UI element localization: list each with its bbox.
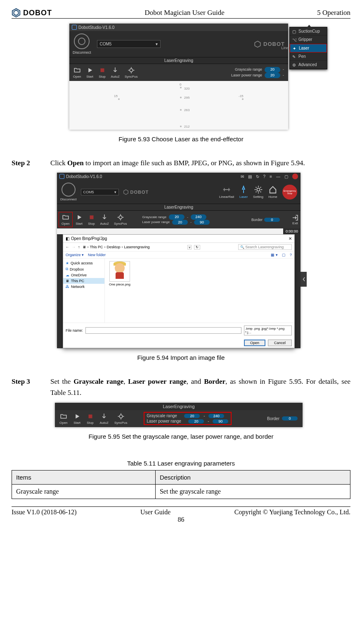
view-icon[interactable]: ▦ ▾ — [271, 253, 278, 257]
menu-pen[interactable]: ✎Pen — [290, 52, 327, 61]
nav-up-icon[interactable]: ↑ — [78, 245, 80, 249]
suction-icon: ▢ — [292, 29, 296, 33]
app-titlebar: DobotStudio-V1.6.0 — [69, 24, 288, 31]
open-button[interactable]: Open — [71, 66, 83, 79]
sidebar-dropbox[interactable]: ⧉Dropbox — [63, 266, 104, 272]
msg-icon[interactable]: ✉ — [241, 174, 244, 179]
grayscale-min[interactable]: 20 — [169, 214, 185, 220]
grayscale-min[interactable]: 20 — [265, 67, 280, 73]
minimize-icon[interactable]: — — [276, 174, 280, 179]
new-folder-button[interactable]: New folder — [88, 253, 106, 257]
col-description: Description — [155, 470, 350, 484]
cancel-button[interactable]: Cancel — [268, 340, 292, 346]
refresh-icon[interactable]: ↻ — [256, 174, 259, 179]
sidebar-onedrive[interactable]: ☁OneDrive — [63, 272, 104, 278]
svg-point-6 — [257, 188, 260, 191]
stop-button[interactable]: Stop — [86, 213, 97, 226]
open-button[interactable]: Open — [59, 213, 72, 226]
pc-icon: 🖥 — [66, 279, 69, 283]
port-select[interactable]: COM5 ▾ — [97, 40, 161, 48]
open-button[interactable]: Open — [244, 340, 265, 346]
window-controls: ✉ ▤ ↻ ? ≡ — ▢ — [241, 173, 298, 179]
file-filter[interactable]: .bmp .png .jpg(*.bmp *.png *.j… — [244, 326, 292, 335]
menu-icon[interactable]: ≡ — [270, 174, 272, 179]
close-icon[interactable]: ✕ — [289, 236, 292, 241]
syncpos-button[interactable]: SyncPos — [112, 213, 129, 226]
disconnect-button[interactable]: Disconnect — [73, 33, 91, 55]
exit-icon — [291, 214, 299, 221]
start-button[interactable]: Start — [71, 412, 83, 425]
grayscale-max[interactable]: 240 — [208, 414, 224, 418]
laser-max[interactable]: 90 — [194, 220, 210, 225]
disconnect-button[interactable]: Disconnect — [60, 183, 77, 201]
search-input[interactable]: 🔍 Search Laserengraving — [238, 244, 292, 250]
menu-suctioncup[interactable]: ▢SuctionCup — [290, 27, 327, 36]
open-button[interactable]: Open — [57, 412, 70, 425]
file-item[interactable]: One piece.png — [107, 261, 132, 286]
menu-laser[interactable]: ✦Laser — [290, 44, 327, 52]
svg-rect-7 — [90, 216, 93, 219]
setting-button[interactable]: Setting — [253, 185, 263, 199]
step-3: Step 3 Set the Grayscale range, Laser po… — [12, 376, 350, 398]
canvas-area[interactable]: 0 15 -15 320 295 263 212 — [69, 81, 288, 130]
port-select[interactable]: COM5▾ — [81, 189, 119, 195]
home-icon — [268, 185, 277, 194]
stop-button[interactable]: Stop — [85, 412, 96, 425]
figure-5-95: LaserEngraving Open Start Stop AutoZ Syn… — [55, 403, 303, 427]
maximize-icon[interactable]: ▢ — [284, 174, 288, 179]
laser-min[interactable]: 20 — [265, 73, 280, 78]
syncpos-button[interactable]: SyncPos — [123, 66, 140, 79]
preview-icon[interactable]: ▢ — [282, 253, 286, 257]
menu-advanced[interactable]: ⚙Advanced — [290, 61, 327, 69]
nav-back-icon[interactable]: ← — [66, 245, 69, 249]
doc-icon[interactable]: ▤ — [248, 174, 252, 179]
close-icon[interactable] — [292, 173, 298, 179]
sidebar-network[interactable]: 🖧Network — [63, 284, 104, 290]
page-number: 86 — [12, 516, 350, 523]
play-icon — [73, 413, 81, 420]
laser-min[interactable]: 20 — [172, 220, 188, 225]
filename-input[interactable] — [85, 327, 241, 334]
hex-icon — [123, 189, 129, 195]
step-label: Step 2 — [12, 157, 40, 169]
autoz-button[interactable]: AutoZ — [109, 66, 122, 79]
organize-menu[interactable]: Organize ▾ — [66, 253, 84, 257]
syncpos-button[interactable]: SyncPos — [112, 412, 130, 425]
app-brand: DOBOT — [123, 189, 149, 195]
filename-label: File name: — [66, 328, 83, 333]
grayscale-min[interactable]: 20 — [184, 414, 200, 418]
file-list[interactable]: One piece.png — [105, 259, 294, 323]
chevron-down-icon: ▾ — [114, 190, 116, 194]
canvas-area[interactable]: 0:00:00 — [57, 228, 300, 234]
page-header: DOBOT Dobot Magician User Guide 5 Operat… — [12, 8, 350, 19]
border-value[interactable]: 0 — [282, 416, 298, 421]
side-panel-handle[interactable] — [300, 272, 307, 287]
laser-min[interactable]: 20 — [188, 419, 204, 423]
linear-rail-button[interactable]: LinearRail — [219, 185, 234, 199]
header-section: 5 Operation — [317, 9, 350, 17]
sidebar-this-pc[interactable]: 🖥This PC — [63, 278, 104, 284]
laser-tool-button[interactable]: Laser — [239, 185, 248, 199]
start-button[interactable]: Start — [73, 213, 85, 226]
menu-gripper[interactable]: ⌥Gripper — [290, 36, 327, 44]
folder-icon — [60, 413, 67, 420]
brand-logo: DOBOT — [12, 8, 52, 17]
breadcrumb[interactable]: 🖥 ›This PC ›Desktop ›Laserengraving — [83, 245, 150, 249]
step-body: Click Open to import an image file such … — [50, 157, 350, 169]
border-value[interactable]: 0 — [264, 218, 280, 222]
help-icon[interactable]: ? — [263, 174, 266, 179]
start-button[interactable]: Start — [84, 66, 96, 79]
home-button[interactable]: Home — [268, 185, 277, 199]
pen-icon: ✎ — [292, 55, 296, 59]
app-title: DobotStudio-V1.6.0 — [78, 25, 114, 30]
stop-button[interactable]: Stop — [97, 66, 108, 79]
laser-max[interactable]: 90 — [213, 419, 228, 423]
autoz-button[interactable]: AutoZ — [98, 213, 111, 226]
exit-button[interactable]: Exit — [291, 214, 299, 225]
sidebar-quick-access[interactable]: ★Quick access — [63, 260, 104, 266]
emergency-stop-button[interactable]: EmergencyStop — [282, 185, 297, 200]
help-icon[interactable]: ? — [290, 253, 292, 257]
grayscale-max[interactable]: 240 — [191, 214, 206, 220]
nav-fwd-icon[interactable]: → — [72, 245, 76, 249]
autoz-button[interactable]: AutoZ — [98, 412, 111, 425]
